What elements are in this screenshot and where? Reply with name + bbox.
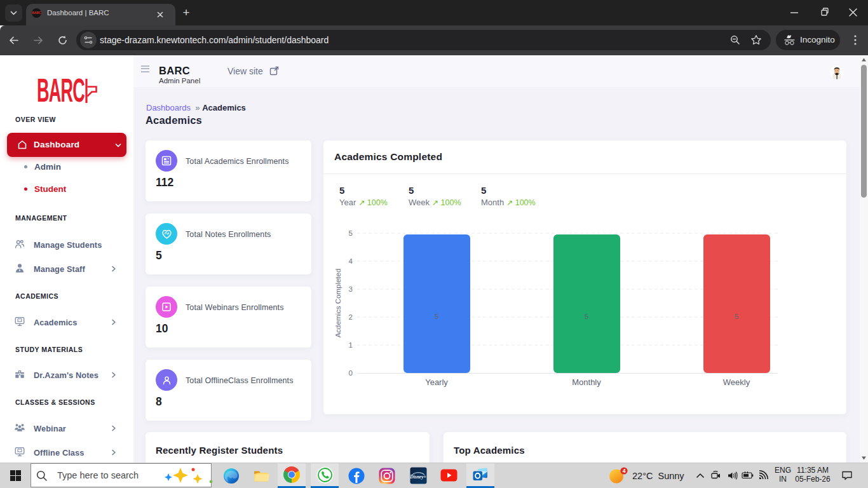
- svg-text:3: 3: [349, 285, 353, 293]
- svg-text:1: 1: [349, 341, 353, 349]
- svg-text:4: 4: [623, 468, 626, 474]
- svg-text:4: 4: [349, 257, 353, 265]
- svg-text:5: 5: [585, 313, 588, 320]
- svg-text:0: 0: [349, 369, 353, 377]
- svg-text:Disney+: Disney+: [410, 474, 426, 480]
- svg-text:5: 5: [349, 229, 353, 237]
- svg-text:2: 2: [349, 313, 353, 321]
- svg-text:Monthly: Monthly: [572, 377, 601, 387]
- svg-text:Acdemics Completed: Acdemics Completed: [334, 269, 342, 338]
- svg-text:5: 5: [435, 313, 438, 320]
- svg-text:5: 5: [735, 313, 738, 320]
- svg-text:Weekly: Weekly: [723, 377, 750, 387]
- svg-text:Yearly: Yearly: [425, 377, 448, 387]
